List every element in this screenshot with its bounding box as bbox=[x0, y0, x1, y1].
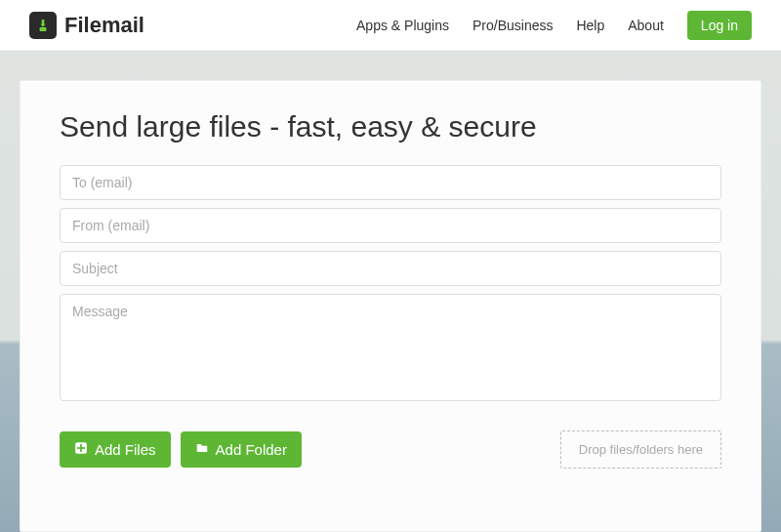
login-button[interactable]: Log in bbox=[687, 11, 752, 40]
top-nav: Filemail Apps & Plugins Pro/Business Hel… bbox=[0, 0, 781, 51]
subject-field[interactable] bbox=[60, 251, 721, 286]
nav-apps-plugins[interactable]: Apps & Plugins bbox=[356, 18, 449, 33]
to-email-field[interactable] bbox=[60, 165, 721, 200]
hero-background: Send large files - fast, easy & secure A… bbox=[0, 51, 781, 532]
svg-rect-2 bbox=[77, 447, 85, 449]
folder-icon bbox=[195, 441, 209, 458]
from-email-field[interactable] bbox=[60, 208, 721, 243]
brand-logo[interactable]: Filemail bbox=[29, 12, 144, 39]
headline: Send large files - fast, easy & secure bbox=[60, 110, 721, 143]
actions-row: Add Files Add Folder Drop files/folders … bbox=[60, 430, 721, 469]
send-form bbox=[60, 165, 721, 413]
send-card: Send large files - fast, easy & secure A… bbox=[20, 80, 761, 532]
message-field[interactable] bbox=[60, 294, 721, 401]
nav-links: Apps & Plugins Pro/Business Help About L… bbox=[356, 11, 752, 40]
nav-about[interactable]: About bbox=[628, 18, 664, 33]
nav-pro-business[interactable]: Pro/Business bbox=[473, 18, 553, 33]
logo-icon bbox=[29, 12, 57, 39]
dropzone[interactable]: Drop files/folders here bbox=[560, 430, 721, 469]
add-files-button[interactable]: Add Files bbox=[60, 431, 171, 468]
add-files-label: Add Files bbox=[95, 441, 156, 458]
brand-name: Filemail bbox=[64, 13, 144, 38]
add-folder-button[interactable]: Add Folder bbox=[181, 431, 302, 468]
add-folder-label: Add Folder bbox=[216, 441, 287, 458]
nav-help[interactable]: Help bbox=[576, 18, 604, 33]
plus-icon bbox=[74, 441, 88, 458]
